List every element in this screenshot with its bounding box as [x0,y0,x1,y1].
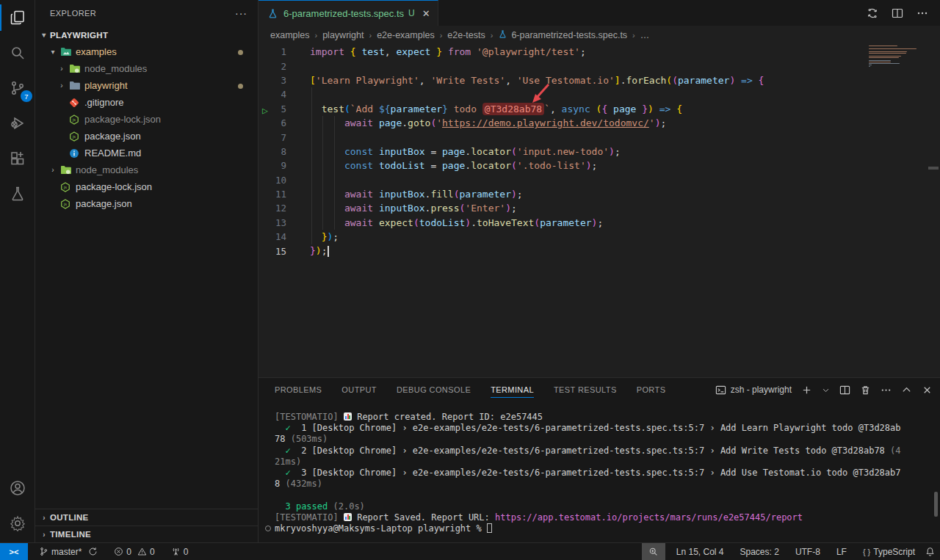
code-line-1[interactable]: 1import { test, expect } from '@playwrig… [258,45,940,59]
notifications-item[interactable] [920,543,940,560]
search-icon[interactable] [0,35,35,70]
cursor-position-item[interactable]: Ln 15, Col 4 [671,543,729,560]
code-line-7[interactable]: 7 [258,130,940,144]
explorer-icon[interactable] [0,0,35,35]
section-timeline[interactable]: ›TIMELINE [35,526,258,542]
tree-item-package-lock.json[interactable]: jspackage-lock.json [35,178,258,195]
code-line-5[interactable]: 5▷ test(`Add ${parameter} todo @T3d28ab7… [258,102,940,116]
new-terminal-icon[interactable] [801,385,812,396]
kill-terminal-icon[interactable] [860,385,871,396]
settings-gear-icon[interactable] [0,506,35,541]
terminal-line: 8 (432ms) [275,479,940,490]
run-test-icon[interactable]: ▷ [262,105,268,116]
indentation-item[interactable]: Spaces: 2 [735,543,784,560]
breadcrumb-item[interactable]: examples [270,30,310,40]
eol-item[interactable]: LF [831,543,852,560]
line-number: 8 [258,146,301,157]
problems-item[interactable]: 0 0 [109,543,159,560]
tree-item-README.md[interactable]: README.md [35,145,258,161]
panel-tab-ports[interactable]: PORTS [637,378,666,401]
breadcrumb-item[interactable]: e2e-examples [377,30,435,40]
terminal-line: mkryvoshyya@Maksyms-Laptop playwright % [275,523,940,534]
code-line-15[interactable]: 15}); [258,244,940,258]
terminal-shell-item[interactable]: zsh - playwright [715,385,792,396]
panel-tab-problems[interactable]: PROBLEMS [275,378,322,401]
extensions-icon[interactable] [0,141,35,176]
explorer-more-actions-icon[interactable]: ··· [235,7,247,19]
more-actions-icon[interactable] [916,7,928,19]
tree-item-label: node_modules [76,164,138,175]
tree-item-package-lock.json[interactable]: jspackage-lock.json [35,111,258,128]
encoding-item[interactable]: UTF-8 [790,543,825,560]
tree-item-label: package.json [76,198,132,209]
code-line-2[interactable]: 2 [258,59,940,73]
panel-tab-output[interactable]: OUTPUT [341,378,377,401]
code-line-9[interactable]: 9 const todoList = page.locator('.todo-l… [258,159,940,172]
code-editor[interactable]: 1import { test, expect } from '@playwrig… [258,45,940,258]
code-line-4[interactable]: 4 [258,87,940,101]
tab-6-parametrized-tests[interactable]: 6-parametrized-tests.spec.ts U ✕ [258,0,438,26]
maximize-panel-icon[interactable] [901,385,912,396]
breadcrumb-item[interactable]: playwright [322,30,364,40]
code-line-12[interactable]: 12 await inputBox.press('Enter'); [258,201,940,215]
panel-tab-debug-console[interactable]: DEBUG CONSOLE [397,378,471,401]
tree-item-node_modules[interactable]: ›node_modules [35,60,258,77]
remote-indicator[interactable]: >< [0,543,28,560]
tree-item-label: examples [76,46,117,57]
split-editor-icon[interactable] [892,7,903,19]
code-line-6[interactable]: 6 await page.goto('https://demo.playwrig… [258,116,940,130]
folder-green-icon [59,164,72,176]
breadcrumb-item[interactable]: e2e-tests [447,30,485,40]
tree-item-playwright[interactable]: ›playwright [35,77,258,94]
tree-root-playwright[interactable]: ▾ PLAYWRIGHT [35,26,258,43]
tree-item-node_modules[interactable]: ›node_modules [35,161,258,178]
tree-item-examples[interactable]: ▾examples [35,43,258,60]
code-line-14[interactable]: 14 }); [258,230,940,244]
section-outline[interactable]: ›OUTLINE [35,509,258,526]
terminal-dropdown-icon[interactable] [822,385,830,396]
breadcrumb-item[interactable]: 6-parametrized-tests.spec.ts [498,29,627,41]
tree-item-package.json[interactable]: jspackage.json [35,128,258,145]
code-line-13[interactable]: 13 await expect(todoList).toHaveText(par… [258,216,940,230]
tree-item-package.json[interactable]: jspackage.json [35,195,258,212]
ports-item[interactable]: 0 [166,543,194,560]
command-decoration-circle [265,526,271,531]
panel-tabs: PROBLEMSOUTPUTDEBUG CONSOLETERMINALTEST … [275,378,685,401]
branch-item[interactable]: master* [34,543,103,560]
language-item[interactable]: { } TypeScript [858,543,920,560]
minimap-line [869,53,906,54]
account-icon[interactable] [0,470,35,506]
zoom-status-icon[interactable] [642,543,665,560]
source-control-icon[interactable]: 7 [0,70,35,106]
minimap-line [869,56,901,57]
split-terminal-icon[interactable] [839,385,850,396]
source-control-graph-icon[interactable] [867,7,878,19]
tab-untracked-badge: U [408,8,415,18]
panel-tab-test-results[interactable]: TEST RESULTS [554,378,617,401]
code-line-8[interactable]: 8 const inputBox = page.locator('input.n… [258,145,940,159]
panel-more-icon[interactable] [881,385,892,396]
tab-close-icon[interactable]: ✕ [422,8,430,19]
panel-tab-terminal[interactable]: TERMINAL [491,378,534,401]
close-panel-icon[interactable] [922,385,933,396]
code-text: await expect(todoList).toHaveText(parame… [301,217,603,228]
run-debug-icon[interactable] [0,106,35,141]
breadcrumb-item[interactable]: … [640,30,650,40]
terminal-line: [TESTOMATIO] Report Saved. Report URL: h… [275,512,940,523]
tree-item-.gitignore[interactable]: .gitignore [35,94,258,111]
minimap[interactable] [869,46,922,68]
testing-icon[interactable] [0,176,35,211]
git-icon [68,97,81,109]
terminal-scrollbar[interactable] [934,492,938,517]
breadcrumb-separator: › [315,31,318,40]
code-line-10[interactable]: 10 [258,173,940,187]
scrollbar-mark[interactable] [928,167,939,170]
code-line-11[interactable]: 11 await inputBox.fill(parameter); [258,187,940,201]
indent-guide [322,116,323,230]
code-line-3[interactable]: 3['Learn Playwright', 'Write Tests', 'Us… [258,73,940,87]
terminal-output[interactable]: [TESTOMATIO] Report created. Report ID: … [258,401,940,534]
bottom-panel: PROBLEMSOUTPUTDEBUG CONSOLETERMINALTEST … [258,377,940,542]
errors-icon [114,547,123,556]
breadcrumb-label: e2e-tests [447,30,485,40]
section-label: OUTLINE [50,513,89,522]
